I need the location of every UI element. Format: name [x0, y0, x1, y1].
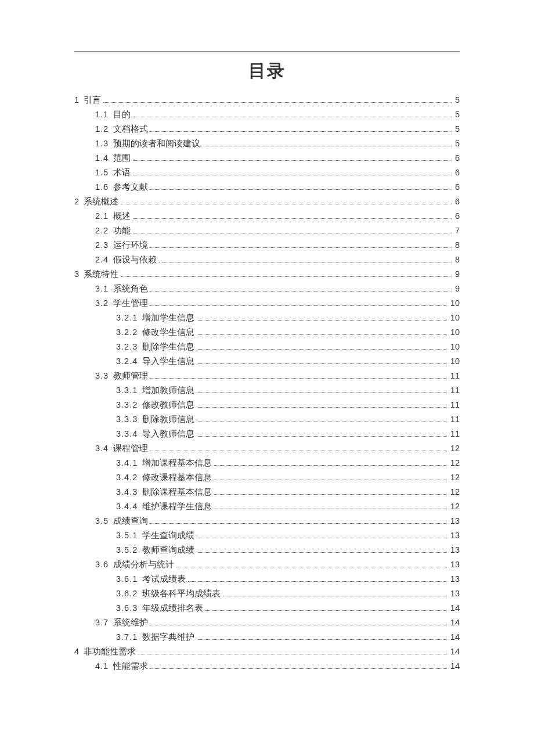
toc-entry-page: 12 [449, 459, 460, 467]
toc-dot-leader [121, 199, 452, 204]
toc-entry-number: 3.7 [95, 618, 109, 627]
toc-entry-label: 班级各科平均成绩表 [142, 589, 221, 598]
toc-dot-leader [197, 402, 447, 408]
toc-dot-leader [103, 97, 452, 103]
toc-entry: 3.2.3删除学生信息10 [74, 343, 460, 351]
toc-entry-page: 12 [449, 444, 460, 453]
toc-entry-number: 3.4.4 [116, 502, 138, 511]
toc-dot-leader [188, 576, 447, 582]
toc-entry: 1.6参考文献6 [74, 183, 460, 192]
toc-entry-label: 成绩分析与统计 [113, 560, 174, 569]
toc-entry-label: 删除学生信息 [142, 343, 194, 351]
toc-entry: 1.5术语6 [74, 168, 460, 177]
toc-entry: 3.3.3删除教师信息11 [74, 415, 460, 424]
toc-entry-label: 性能需求 [113, 662, 148, 671]
toc-dot-leader [159, 257, 452, 262]
toc-entry-number: 2.3 [95, 241, 109, 250]
toc-entry-number: 3.4.1 [116, 459, 138, 467]
toc-entry-page: 14 [449, 662, 460, 671]
toc-entry-label: 增加学生信息 [142, 314, 194, 322]
toc-entry-label: 概述 [113, 212, 131, 221]
toc-entry: 3.2.1增加学生信息10 [74, 314, 460, 322]
toc-dot-leader [150, 518, 447, 524]
toc-entry: 3.3.4导入教师信息11 [74, 430, 460, 438]
toc-entry-number: 3.7.1 [116, 633, 138, 642]
toc-entry-number: 4 [74, 647, 79, 656]
toc-entry-label: 运行环境 [113, 241, 148, 250]
toc-entry-page: 5 [454, 125, 460, 134]
toc-dot-leader [223, 591, 447, 596]
toc-dot-leader [150, 620, 447, 625]
toc-entry-number: 3.2.2 [116, 328, 138, 337]
toc-entry-number: 3.4 [95, 444, 109, 453]
toc-entry-page: 7 [454, 226, 460, 235]
toc-dot-leader [133, 155, 452, 161]
toc-entry-number: 2 [74, 197, 79, 206]
toc-entry-number: 3.6 [95, 560, 109, 569]
toc-entry: 3.4课程管理12 [74, 444, 460, 453]
toc-entry-label: 文档格式 [113, 125, 148, 134]
toc-entry: 4.1性能需求14 [74, 662, 460, 671]
toc-entry: 3系统特性9 [74, 270, 460, 279]
toc-entry: 3.7系统维护14 [74, 618, 460, 627]
toc-dot-leader [197, 431, 447, 437]
toc-dot-leader [214, 474, 447, 480]
toc-entry-number: 3.3.4 [116, 430, 138, 438]
toc-entry-number: 2.1 [95, 212, 109, 221]
toc-entry-number: 3.3.1 [116, 386, 138, 395]
toc-entry: 3.2.4导入学生信息10 [74, 357, 460, 366]
toc-entry-label: 假设与依赖 [113, 255, 157, 264]
toc-entry: 3.2学生管理10 [74, 299, 460, 308]
toc-entry-page: 8 [454, 241, 460, 250]
toc-entry: 3.3.2修改教师信息11 [74, 401, 460, 409]
toc-entry-label: 增加教师信息 [142, 386, 194, 395]
toc-entry: 3.5.2教师查询成绩13 [74, 546, 460, 555]
toc-dot-leader [150, 126, 452, 132]
toc-entry-page: 10 [449, 343, 460, 351]
toc-entry-page: 14 [449, 604, 460, 613]
toc-dot-leader [197, 532, 447, 538]
toc-entry-page: 6 [454, 154, 460, 163]
toc-dot-leader [197, 329, 447, 335]
toc-entry-page: 9 [454, 270, 460, 279]
toc-entry-label: 引言 [84, 96, 101, 105]
toc-entry-page: 8 [454, 255, 460, 264]
toc-entry-number: 3.3.2 [116, 401, 138, 409]
toc-dot-leader [133, 170, 452, 175]
toc-entry-page: 13 [449, 517, 460, 525]
toc-entry: 3.2.2修改学生信息10 [74, 328, 460, 337]
toc-entry-label: 学生管理 [113, 299, 148, 308]
toc-entry-page: 5 [454, 96, 460, 105]
toc-entry-number: 3.5.2 [116, 546, 138, 555]
toc-entry-page: 11 [449, 430, 460, 438]
toc-entry-number: 3.6.2 [116, 589, 138, 598]
toc-entry-number: 3.1 [95, 285, 109, 293]
toc-entry-page: 11 [449, 386, 460, 395]
toc-entry: 2.3运行环境8 [74, 241, 460, 250]
table-of-contents: 1引言51.1目的51.2文档格式51.3预期的读者和阅读建议51.4范围61.… [74, 96, 460, 671]
toc-entry-label: 修改课程基本信息 [142, 473, 212, 482]
toc-entry: 3.5.1学生查询成绩13 [74, 531, 460, 540]
toc-dot-leader [121, 271, 452, 277]
toc-entry-number: 3.2.1 [116, 314, 138, 322]
toc-entry-label: 非功能性需求 [84, 647, 136, 656]
toc-entry-label: 参考文献 [113, 183, 148, 192]
toc-entry-number: 4.1 [95, 662, 109, 671]
toc-entry-label: 修改学生信息 [142, 328, 194, 337]
toc-title: 目录 [74, 59, 460, 83]
toc-entry-number: 3.4.2 [116, 473, 138, 482]
toc-entry-label: 范围 [113, 154, 131, 163]
toc-dot-leader [214, 460, 447, 466]
toc-entry: 1.3预期的读者和阅读建议5 [74, 139, 460, 148]
toc-entry-label: 增加课程基本信息 [142, 459, 212, 467]
toc-dot-leader [197, 634, 447, 640]
toc-entry-label: 维护课程学生信息 [142, 502, 212, 511]
toc-entry-page: 14 [449, 633, 460, 642]
toc-entry: 1.2文档格式5 [74, 125, 460, 134]
toc-dot-leader [197, 416, 447, 422]
toc-entry-label: 修改教师信息 [142, 401, 194, 409]
page-content: 目录 1引言51.1目的51.2文档格式51.3预期的读者和阅读建议51.4范围… [74, 56, 460, 676]
toc-entry-number: 1.5 [95, 168, 109, 177]
toc-entry-number: 3.3.3 [116, 415, 138, 424]
toc-entry: 3.4.3删除课程基本信息12 [74, 488, 460, 496]
